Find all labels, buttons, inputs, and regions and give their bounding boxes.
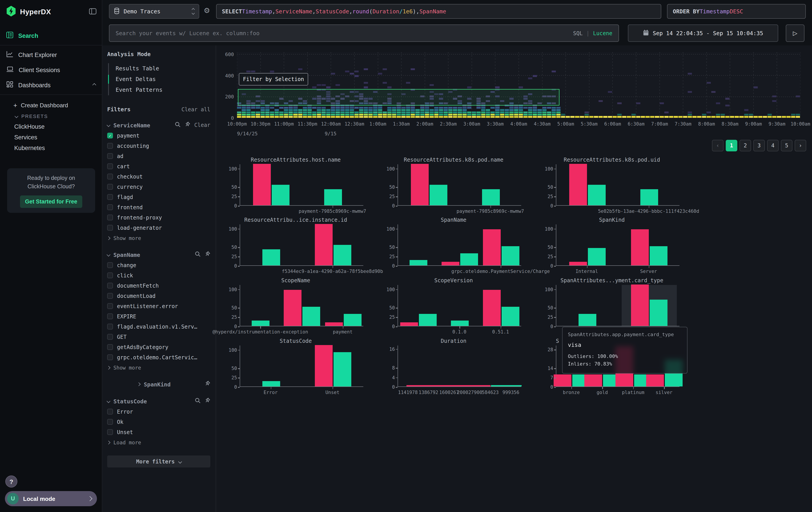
preset-item-clickhouse[interactable]: ClickHouse <box>0 122 102 132</box>
filter-item-get[interactable]: GET <box>107 332 210 342</box>
event-deltas-heatmap[interactable] <box>237 52 801 118</box>
checkbox[interactable] <box>107 324 113 329</box>
filter-group-spankind[interactable]: SpanKind <box>107 379 210 389</box>
analysis-mode-event-deltas[interactable]: Event Deltas <box>109 74 210 85</box>
checkbox[interactable] <box>107 419 113 425</box>
checkbox[interactable] <box>107 314 113 319</box>
checkbox[interactable] <box>107 429 113 435</box>
pin-icon[interactable] <box>184 122 190 129</box>
filter-item-currency[interactable]: currency <box>107 182 210 192</box>
help-button[interactable]: ? <box>5 476 17 487</box>
sidebar-collapse-icon[interactable] <box>89 8 96 16</box>
select-clause-input[interactable]: SELECT Timestamp, ServiceName, StatusCod… <box>216 4 661 19</box>
daterange-picker[interactable]: Sep 14 22:04:35 - Sep 15 10:04:35 <box>628 25 778 42</box>
filter-item-error[interactable]: Error <box>107 406 210 417</box>
filter-item-click[interactable]: click <box>107 270 210 280</box>
filter-item-frontend-proxy[interactable]: frontend-proxy <box>107 212 210 223</box>
chart-plot[interactable] <box>398 164 521 206</box>
checkbox[interactable] <box>107 272 113 278</box>
chart-plot[interactable] <box>240 346 363 387</box>
chart-plot[interactable] <box>398 346 521 387</box>
filter-item-payment[interactable]: ✓payment <box>107 131 210 141</box>
filter-by-selection-button[interactable]: Filter by Selection <box>239 73 308 85</box>
filter-item-load-generator[interactable]: load-generator <box>107 223 210 233</box>
filter-group-servicename[interactable]: ServiceNameClear <box>107 120 210 131</box>
sidebar-item-chart-explorer[interactable]: Chart Explorer <box>0 47 102 62</box>
chart-plot[interactable] <box>398 224 521 266</box>
show-more-button[interactable]: Show more <box>107 362 210 373</box>
filter-item-frontend[interactable]: frontend <box>107 202 210 212</box>
chart-plot[interactable] <box>240 224 363 266</box>
checkbox[interactable] <box>107 173 113 180</box>
search-icon[interactable] <box>195 251 201 258</box>
filter-item-flagd[interactable]: flagd <box>107 192 210 202</box>
create-dashboard-button[interactable]: + Create Dashboard <box>0 99 102 111</box>
checkbox[interactable] <box>107 354 113 360</box>
heatmap-selection-box[interactable] <box>238 89 559 106</box>
lucene-mode-toggle[interactable]: Lucene <box>593 30 612 36</box>
checkbox[interactable] <box>107 204 113 210</box>
get-started-button[interactable]: Get Started for Free <box>20 195 82 208</box>
run-query-button[interactable]: ▷ <box>786 25 805 42</box>
search-input[interactable]: Search your events w/ Lucene ex. column:… <box>109 25 619 42</box>
filter-item-change[interactable]: change <box>107 260 210 270</box>
orderby-input[interactable]: ORDER BY Timestamp DESC <box>667 4 806 19</box>
checkbox[interactable]: ✓ <box>107 133 113 138</box>
pagination-prev[interactable]: ‹ <box>712 140 724 152</box>
filter-item-documentfetch[interactable]: documentFetch <box>107 280 210 291</box>
show-more-button[interactable]: Show more <box>107 233 210 243</box>
filter-group-statuscode[interactable]: StatusCode <box>107 396 210 406</box>
filter-item-checkout[interactable]: checkout <box>107 171 210 182</box>
source-select[interactable]: Demo Traces <box>109 4 199 19</box>
analysis-mode-results-table[interactable]: Results Table <box>109 63 210 74</box>
chart-plot[interactable] <box>240 285 363 326</box>
filter-item-flagd-evaluation-v1-serv-[interactable]: flagd.evaluation.v1.Serv… <box>107 321 210 332</box>
pin-icon[interactable] <box>205 381 210 388</box>
sidebar-item-client-sessions[interactable]: Dashboards Client Sessions <box>0 62 102 78</box>
presets-toggle[interactable]: PRESETS <box>0 111 102 122</box>
filter-group-spanname[interactable]: SpanName <box>107 249 210 260</box>
load-more-button[interactable]: Load more <box>107 437 210 448</box>
filter-item-expire[interactable]: EXPIRE <box>107 311 210 321</box>
pagination-page-5[interactable]: 5 <box>781 140 792 152</box>
checkbox[interactable] <box>107 303 113 309</box>
filter-item-ad[interactable]: ad <box>107 151 210 161</box>
more-filters-button[interactable]: More filters <box>107 455 210 467</box>
filter-item-eventlistener-error[interactable]: eventListener.error <box>107 301 210 311</box>
preset-item-kubernetes[interactable]: Kubernetes <box>0 143 102 154</box>
preset-item-services[interactable]: Services <box>0 132 102 143</box>
chart-plot[interactable] <box>398 285 521 326</box>
checkbox[interactable] <box>107 334 113 340</box>
sidebar-item-search[interactable]: Search <box>0 28 102 43</box>
clear-group-button[interactable]: Clear <box>194 122 210 128</box>
pagination-next[interactable]: › <box>795 140 806 152</box>
chart-plot[interactable] <box>240 164 363 206</box>
search-icon[interactable] <box>175 122 180 129</box>
filter-item-accounting[interactable]: accounting <box>107 141 210 151</box>
sql-mode-toggle[interactable]: SQL <box>573 30 583 36</box>
checkbox[interactable] <box>107 293 113 299</box>
pin-icon[interactable] <box>205 398 210 405</box>
checkbox[interactable] <box>107 262 113 268</box>
search-icon[interactable] <box>195 398 201 405</box>
checkbox[interactable] <box>107 163 113 169</box>
checkbox[interactable] <box>107 143 113 149</box>
checkbox[interactable] <box>107 344 113 350</box>
checkbox[interactable] <box>107 184 113 190</box>
analysis-mode-event-patterns[interactable]: Event Patterns <box>109 85 210 95</box>
pin-icon[interactable] <box>205 251 210 258</box>
checkbox[interactable] <box>107 194 113 200</box>
checkbox[interactable] <box>107 283 113 289</box>
checkbox[interactable] <box>107 153 113 159</box>
chart-plot[interactable] <box>556 164 679 206</box>
pagination-page-4[interactable]: 4 <box>767 140 779 152</box>
checkbox[interactable] <box>107 409 113 414</box>
chart-plot[interactable] <box>556 224 679 266</box>
pagination-page-2[interactable]: 2 <box>740 140 751 152</box>
checkbox[interactable] <box>107 215 113 220</box>
local-mode-button[interactable]: U Local mode <box>5 491 97 506</box>
filter-item-grpc-oteldemo-cartservic-[interactable]: grpc.oteldemo.CartServic… <box>107 352 210 362</box>
chart-plot[interactable] <box>556 285 679 326</box>
filter-item-ok[interactable]: Ok <box>107 417 210 427</box>
filter-item-documentload[interactable]: documentLoad <box>107 291 210 301</box>
